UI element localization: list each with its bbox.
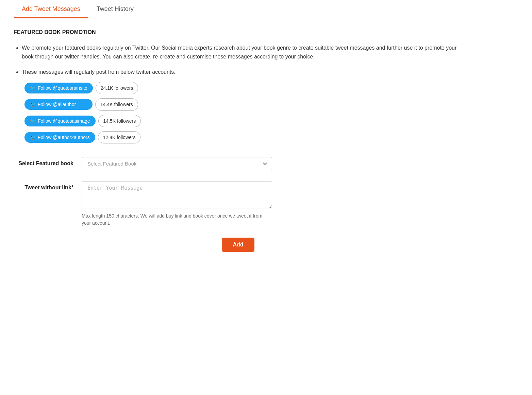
featured-book-select[interactable]: Select Featured Book	[82, 157, 272, 170]
submit-row: Add	[14, 238, 463, 252]
followers-badge-3: 14.5K followers	[98, 115, 141, 127]
twitter-accounts-list: 🐦 Follow @quotesrainsite 24.1K followers…	[24, 82, 463, 144]
add-button[interactable]: Add	[222, 238, 254, 252]
info-bullets: We promote your featured books regularly…	[14, 44, 463, 143]
follow-allauthor-button[interactable]: 🐦 Follow @allauthor	[24, 99, 93, 110]
twitter-account-row-2: 🐦 Follow @allauthor 14.4K followers	[24, 98, 463, 110]
section-title: FEATURED BOOK PROMOTION	[14, 29, 463, 35]
followers-badge-2: 14.4K followers	[95, 98, 138, 110]
twitter-account-row-4: 🐦 Follow @author2authors 12.4K followers	[24, 131, 463, 143]
follow-author2authors-button[interactable]: 🐦 Follow @author2authors	[24, 132, 95, 143]
tab-add-tweet-messages[interactable]: Add Tweet Messages	[14, 0, 88, 18]
tab-tweet-history[interactable]: Tweet History	[88, 0, 142, 18]
tweet-message-row: Tweet without link* Max length 150 chara…	[14, 181, 463, 227]
followers-badge-4: 12.4K followers	[98, 131, 141, 143]
form-section: Select Featured book Select Featured Boo…	[14, 157, 463, 252]
twitter-bird-icon-2: 🐦	[30, 102, 36, 107]
tweet-control: Max length 150 characters. We will add b…	[82, 181, 272, 227]
twitter-bird-icon-4: 🐦	[30, 135, 36, 140]
select-book-label: Select Featured book	[14, 157, 82, 167]
tabs-container: Add Tweet Messages Tweet History	[0, 0, 532, 18]
follow-quotesrainsite-button[interactable]: 🐦 Follow @quotesrainsite	[24, 83, 93, 93]
bullet-item-2: These messages will regularly post from …	[22, 68, 463, 143]
tweet-without-link-label: Tweet without link*	[14, 181, 82, 191]
follow-quotesasimage-button[interactable]: 🐦 Follow @quotesasimage	[24, 116, 96, 126]
tweet-message-input[interactable]	[82, 181, 272, 208]
tweet-hint: Max length 150 characters. We will add b…	[82, 212, 272, 227]
main-content: FEATURED BOOK PROMOTION We promote your …	[0, 18, 476, 263]
bullet-item-1: We promote your featured books regularly…	[22, 44, 463, 61]
twitter-account-row-3: 🐦 Follow @quotesasimage 14.5K followers	[24, 115, 463, 127]
twitter-bird-icon-3: 🐦	[30, 118, 36, 124]
twitter-account-row-1: 🐦 Follow @quotesrainsite 24.1K followers	[24, 82, 463, 94]
select-book-control: Select Featured Book	[82, 157, 272, 170]
followers-badge-1: 24.1K followers	[96, 82, 138, 94]
twitter-bird-icon-1: 🐦	[30, 85, 36, 91]
select-book-row: Select Featured book Select Featured Boo…	[14, 157, 463, 170]
